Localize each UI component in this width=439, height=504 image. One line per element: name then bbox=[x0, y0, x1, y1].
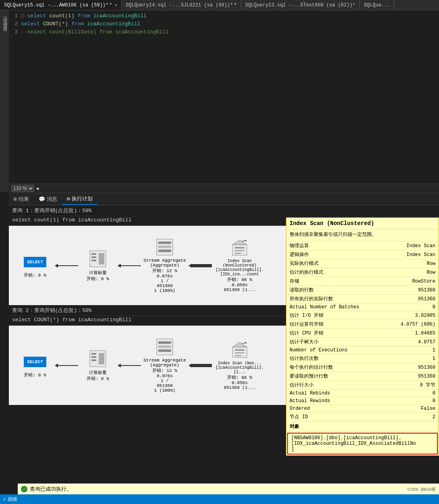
status-success: ✓ 就绪 bbox=[3, 496, 17, 503]
tooltip-label: 物理运算 bbox=[286, 242, 385, 250]
stream-svg-1 bbox=[156, 238, 174, 256]
index-svg-2 bbox=[231, 341, 248, 359]
tooltip-row: 估计行大小9 字节 bbox=[286, 381, 439, 390]
arrowhead-2a bbox=[55, 364, 58, 368]
arrowline-1c bbox=[192, 264, 212, 267]
tooltip-row: Actual Number of Batches0 bbox=[286, 304, 439, 311]
results-tabs: ⊞ 结果 💬 消息 ⚙ 执行计划 bbox=[9, 193, 439, 205]
svg-rect-4 bbox=[99, 253, 104, 264]
sidebar-icon-4: 辑 bbox=[1, 19, 8, 21]
tab-messages[interactable]: 💬 消息 bbox=[34, 194, 62, 204]
stream-label-2: Stream Aggregate (Aggregate) bbox=[143, 358, 186, 368]
tooltip-label: Actual Rebinds bbox=[286, 390, 385, 397]
tooltip-row: 估计子树大小4.0757 bbox=[286, 338, 439, 347]
select-icon-2: SELECT bbox=[26, 353, 44, 371]
arrow-2a bbox=[55, 364, 78, 368]
tooltip-table: 物理运算Index Scan逻辑操作Index Scan实际执行模式Row估计的… bbox=[286, 242, 439, 421]
sidebar-icon-2: 动 bbox=[1, 14, 8, 16]
close-tab-1[interactable]: ✕ bbox=[114, 2, 117, 8]
stream-cost-1: 开销: 12 % bbox=[152, 268, 177, 274]
tooltip-label: 估计子树大小 bbox=[286, 338, 385, 347]
tooltip-value: 1 bbox=[385, 347, 439, 354]
tooltip-value: 951360 bbox=[385, 295, 439, 304]
status-icon: ✓ bbox=[3, 496, 6, 502]
svg-rect-19 bbox=[91, 359, 96, 361]
sidebar-icon-1: 活 bbox=[1, 12, 8, 14]
scroll-left-icon[interactable]: ◀ bbox=[36, 186, 39, 192]
tooltip-label: 估计执行次数 bbox=[286, 354, 385, 363]
arrowline-2c bbox=[192, 364, 212, 367]
index-cost-1: 开销: 88 % bbox=[227, 277, 252, 283]
tooltip-desc: 整体扫描非聚集索引或只扫描一定范围。 bbox=[286, 229, 439, 242]
tab-results[interactable]: ⊞ 结果 bbox=[9, 194, 34, 204]
tooltip-label: 估计 I/O 开销 bbox=[286, 311, 385, 320]
tab-sqlquery-other[interactable]: SQLQue... bbox=[360, 0, 394, 10]
tooltip-panel: Index Scan (NonClustered) 整体扫描非聚集索引或只扫描一… bbox=[286, 217, 439, 456]
svg-rect-2 bbox=[91, 256, 96, 258]
calc-label-2: 计算标量 bbox=[89, 370, 107, 376]
tooltip-label: Actual Rewinds bbox=[286, 397, 385, 405]
index-label-2: Index Scan (Non... [icaAccountingBill].[… bbox=[213, 361, 266, 374]
arrowline-1a bbox=[58, 265, 78, 266]
plan-icon: ⚙ bbox=[67, 196, 70, 202]
tooltip-label: 节点 ID bbox=[286, 413, 385, 421]
tooltip-label: 存储 bbox=[286, 277, 385, 286]
stream-icon-2 bbox=[155, 338, 174, 356]
tooltip-row: 估计的执行模式Row bbox=[286, 268, 439, 277]
index-cost-2: 开销: 88 % bbox=[227, 374, 252, 380]
sidebar-icon-3: 编 bbox=[1, 17, 8, 19]
tooltip-value: 951360 bbox=[385, 372, 439, 381]
code-line-1: 1 □ select count(1) from icaAccountingBi… bbox=[9, 12, 439, 20]
tab-bar: SQLQuery15.sql -...AW0106 (sa (59))* * ✕… bbox=[0, 0, 439, 10]
svg-rect-18 bbox=[91, 356, 96, 358]
stream-time-2: 0.076s bbox=[157, 374, 173, 378]
left-sidebar: 活 动 编 辑 插 件 bbox=[0, 10, 9, 192]
select-node-1: SELECT 开销: 0 % bbox=[17, 253, 53, 278]
tab-sqlquery13[interactable]: SQLQuery13.sql -...STest860 (sa (62))* bbox=[241, 0, 360, 10]
stream-icon-1 bbox=[155, 238, 174, 256]
tooltip-row: 估计运算符开销4.0757 (88%) bbox=[286, 320, 439, 329]
index-detail-1: 951360 (1... bbox=[224, 287, 255, 292]
calc-cost-2: 开销: 0 % bbox=[87, 376, 109, 382]
stream-label-1: Stream Aggregate (Aggregate) bbox=[143, 258, 186, 268]
svg-rect-1 bbox=[91, 253, 96, 255]
svg-rect-17 bbox=[91, 353, 96, 355]
arrowhead-1c bbox=[188, 264, 192, 268]
tooltip-label: 读取的行数 bbox=[286, 286, 385, 295]
tooltip-value: Row bbox=[385, 268, 439, 277]
calc-icon-1 bbox=[89, 250, 107, 268]
tooltip-object-value: [NBSAW0106].[dbo].[icaAccountingBill]. [… bbox=[287, 433, 438, 454]
code-editor[interactable]: 1 □ select count(1) from icaAccountingBi… bbox=[9, 10, 439, 184]
tab-sqlquery14[interactable]: SQLQuery14.sql -...SJL0221 (sa (68))* * bbox=[122, 0, 241, 10]
arrowhead-1b bbox=[118, 264, 121, 268]
index-svg-1 bbox=[231, 239, 248, 257]
tab-sqlquery15[interactable]: SQLQuery15.sql -...AW0106 (sa (59))* * ✕ bbox=[0, 0, 122, 10]
tooltip-value: 0 bbox=[385, 304, 439, 311]
stream-cost-2: 开销: 12 % bbox=[152, 368, 177, 374]
tooltip-row: 节点 ID2 bbox=[286, 413, 439, 421]
tooltip-label: 要读取的预计行数 bbox=[286, 372, 385, 381]
tooltip-row: 实际执行模式Row bbox=[286, 259, 439, 268]
zoom-bar: 110 % 100 % 75 % 50 % ◀ bbox=[9, 184, 439, 193]
tooltip-row: 估计 I/O 开销3.02905 bbox=[286, 311, 439, 320]
tooltip-label: 所有执行的实际行数 bbox=[286, 295, 385, 304]
stream-detail2-1: 1 / 951360 1 (100%) bbox=[154, 279, 176, 293]
svg-rect-22 bbox=[158, 341, 171, 344]
zoom-select[interactable]: 110 % 100 % 75 % 50 % bbox=[11, 185, 34, 192]
tooltip-value: 2 bbox=[385, 413, 439, 421]
tooltip-label: 估计运算符开销 bbox=[286, 320, 385, 329]
calc-cost-1: 开销: 0 % bbox=[87, 276, 109, 282]
select-cost-2: 开销: 0 % bbox=[24, 372, 46, 378]
tooltip-row: 存储RowStore bbox=[286, 277, 439, 286]
arrowhead-2b bbox=[118, 364, 121, 368]
tab-execution-plan[interactable]: ⚙ 执行计划 bbox=[62, 194, 97, 205]
tooltip-value: RowStore bbox=[385, 277, 439, 286]
select-node-2: SELECT 开销: 0 % bbox=[17, 353, 53, 378]
status-ready: 就绪 bbox=[8, 496, 17, 503]
arrowhead-1a bbox=[55, 264, 58, 268]
arrow-1a bbox=[55, 264, 78, 268]
stream-detail-1: 0.076s bbox=[157, 274, 173, 279]
tooltip-row: 读取的行数951360 bbox=[286, 286, 439, 295]
tooltip-row: Actual Rewinds0 bbox=[286, 397, 439, 405]
arrowhead-2c bbox=[188, 364, 192, 368]
